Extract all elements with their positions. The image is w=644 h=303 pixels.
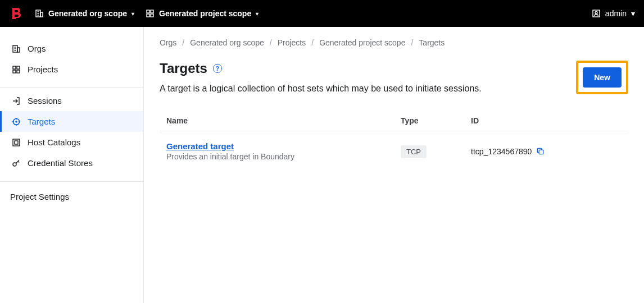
sidebar-project-settings[interactable]: Project Settings bbox=[0, 184, 143, 209]
sidebar-item-label: Orgs bbox=[28, 44, 46, 53]
sidebar-item-label: Projects bbox=[28, 65, 58, 74]
breadcrumb-sep: / bbox=[411, 38, 413, 47]
column-header-type: Type bbox=[394, 111, 464, 131]
sidebar-item-host-catalogs[interactable]: Host Catalogs bbox=[0, 132, 143, 153]
sidebar-settings-label: Project Settings bbox=[10, 192, 69, 201]
sidebar-item-label: Sessions bbox=[28, 96, 62, 105]
chevron-down-icon: ▾ bbox=[256, 11, 258, 17]
sidebar-item-label: Targets bbox=[28, 117, 55, 126]
breadcrumb-item[interactable]: Generated org scope bbox=[190, 38, 264, 47]
page-description: A target is a logical collection of host… bbox=[160, 82, 482, 95]
breadcrumb: Orgs / Generated org scope / Projects / … bbox=[160, 38, 628, 47]
sidebar-item-credential-stores[interactable]: Credential Stores bbox=[0, 153, 143, 173]
svg-point-29 bbox=[13, 163, 16, 166]
sidebar-item-orgs[interactable]: Orgs bbox=[0, 38, 143, 59]
svg-rect-17 bbox=[13, 66, 16, 69]
target-name-link[interactable]: Generated target bbox=[166, 141, 387, 151]
svg-rect-18 bbox=[17, 66, 20, 69]
user-label: admin bbox=[605, 9, 627, 18]
org-scope-label: Generated org scope bbox=[48, 9, 127, 18]
svg-rect-28 bbox=[15, 141, 18, 144]
table-row: Generated target Provides an initial tar… bbox=[160, 131, 628, 172]
new-button-highlight: New bbox=[576, 61, 628, 94]
svg-rect-30 bbox=[539, 150, 543, 154]
breadcrumb-item[interactable]: Projects bbox=[278, 38, 306, 47]
page-title: Targets ? bbox=[160, 61, 482, 76]
svg-rect-6 bbox=[147, 10, 149, 13]
target-description: Provides an initial target in Boundary bbox=[166, 152, 387, 161]
org-icon bbox=[35, 9, 44, 18]
user-menu[interactable]: admin ▾ bbox=[592, 9, 635, 18]
enter-icon bbox=[12, 97, 21, 105]
svg-rect-13 bbox=[17, 48, 20, 52]
user-icon bbox=[592, 9, 601, 18]
svg-rect-9 bbox=[151, 14, 153, 17]
help-icon[interactable]: ? bbox=[213, 64, 222, 73]
breadcrumb-sep: / bbox=[311, 38, 314, 47]
target-icon bbox=[12, 117, 21, 126]
key-icon bbox=[12, 159, 21, 168]
sidebar: Orgs Projects Sessions Targets bbox=[0, 27, 144, 303]
chevron-down-icon: ▾ bbox=[631, 9, 635, 18]
grid-icon bbox=[12, 65, 21, 74]
breadcrumb-sep: / bbox=[270, 38, 272, 47]
breadcrumb-sep: / bbox=[182, 38, 184, 47]
svg-rect-7 bbox=[151, 10, 153, 13]
svg-point-11 bbox=[595, 12, 597, 14]
org-icon bbox=[12, 44, 21, 53]
breadcrumb-item[interactable]: Generated project scope bbox=[319, 38, 405, 47]
svg-rect-2 bbox=[40, 12, 43, 17]
svg-rect-8 bbox=[147, 14, 149, 17]
sidebar-item-projects[interactable]: Projects bbox=[0, 59, 143, 80]
sidebar-item-label: Host Catalogs bbox=[28, 137, 80, 147]
project-icon bbox=[146, 9, 155, 18]
svg-rect-20 bbox=[17, 70, 20, 73]
app-logo bbox=[9, 6, 24, 21]
page-title-text: Targets bbox=[160, 61, 207, 76]
column-header-id: ID bbox=[464, 111, 628, 131]
org-scope-selector[interactable]: Generated org scope ▾ bbox=[35, 9, 134, 18]
copy-icon[interactable] bbox=[536, 147, 545, 155]
breadcrumb-item[interactable]: Orgs bbox=[160, 38, 176, 47]
breadcrumb-item: Targets bbox=[419, 38, 445, 47]
sidebar-item-label: Credential Stores bbox=[28, 158, 93, 168]
target-id: ttcp_1234567890 bbox=[471, 147, 532, 156]
svg-rect-19 bbox=[13, 70, 16, 73]
catalog-icon bbox=[12, 138, 21, 147]
sidebar-item-sessions[interactable]: Sessions bbox=[0, 90, 143, 111]
svg-point-26 bbox=[16, 121, 17, 122]
main-content: Orgs / Generated org scope / Projects / … bbox=[144, 27, 644, 303]
targets-table: Name Type ID Generated target Provides a… bbox=[160, 111, 628, 171]
topbar: Generated org scope ▾ Generated project … bbox=[0, 0, 644, 27]
column-header-name: Name bbox=[160, 111, 394, 131]
svg-rect-27 bbox=[13, 139, 20, 146]
svg-rect-0 bbox=[12, 17, 16, 19]
new-button[interactable]: New bbox=[583, 67, 622, 88]
sidebar-item-targets[interactable]: Targets bbox=[0, 111, 143, 132]
chevron-down-icon: ▾ bbox=[131, 11, 134, 17]
project-scope-label: Generated project scope bbox=[159, 9, 251, 18]
project-scope-selector[interactable]: Generated project scope ▾ bbox=[146, 9, 258, 18]
type-badge: TCP bbox=[401, 145, 427, 158]
